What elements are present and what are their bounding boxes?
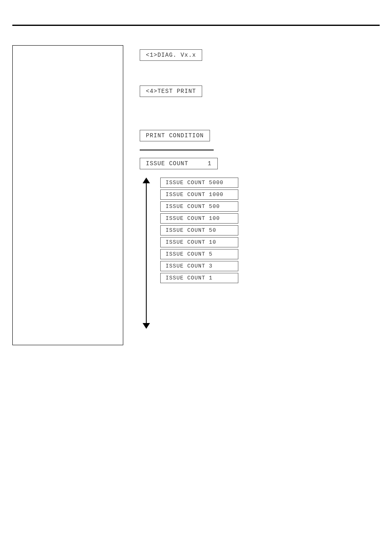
test-print-box: <4>TEST PRINT [140, 85, 202, 97]
issue-count-value: 1 [208, 160, 211, 167]
dropdown-item-0[interactable]: ISSUE COUNT 5000 [160, 178, 238, 188]
lcd-display-panel [12, 45, 123, 345]
print-condition-box: PRINT CONDITION [140, 130, 210, 141]
dropdown-item-8[interactable]: ISSUE COUNT 1 [160, 273, 238, 283]
dropdown-area: ISSUE COUNT 5000ISSUE COUNT 1000ISSUE CO… [140, 178, 378, 329]
section-diag: <1>DIAG. Vx.x [140, 49, 378, 61]
section-print-condition: PRINT CONDITION [140, 130, 378, 141]
issue-count-current-item: ISSUE COUNT 1 [140, 158, 378, 169]
dropdown-item-4[interactable]: ISSUE COUNT 50 [160, 225, 238, 235]
dropdown-item-3[interactable]: ISSUE COUNT 100 [160, 213, 238, 224]
top-border [12, 25, 380, 26]
issue-count-label: ISSUE COUNT [146, 160, 188, 167]
section-test-print: <4>TEST PRINT [140, 85, 378, 97]
arrow-up-icon [143, 178, 150, 183]
underline-separator [140, 150, 214, 150]
dropdown-item-7[interactable]: ISSUE COUNT 3 [160, 261, 238, 271]
dropdown-item-1[interactable]: ISSUE COUNT 1000 [160, 189, 238, 200]
dropdown-item-6[interactable]: ISSUE COUNT 5 [160, 249, 238, 259]
print-condition-menu-item: PRINT CONDITION [140, 130, 378, 141]
issue-count-current-box: ISSUE COUNT 1 [140, 158, 218, 169]
arrow-down-icon [143, 323, 150, 329]
dropdown-item-5[interactable]: ISSUE COUNT 10 [160, 237, 238, 247]
dropdown-list: ISSUE COUNT 5000ISSUE COUNT 1000ISSUE CO… [160, 178, 238, 283]
connector-vertical-line [146, 183, 147, 323]
dropdown-item-2[interactable]: ISSUE COUNT 500 [160, 201, 238, 212]
right-content-area: <1>DIAG. Vx.x <4>TEST PRINT PRINT CONDIT… [140, 45, 378, 329]
test-print-menu-item: <4>TEST PRINT [140, 85, 378, 97]
diag-menu-item: <1>DIAG. Vx.x [140, 49, 378, 61]
section-issue-count-current: ISSUE COUNT 1 [140, 158, 378, 169]
diag-box: <1>DIAG. Vx.x [140, 49, 202, 61]
